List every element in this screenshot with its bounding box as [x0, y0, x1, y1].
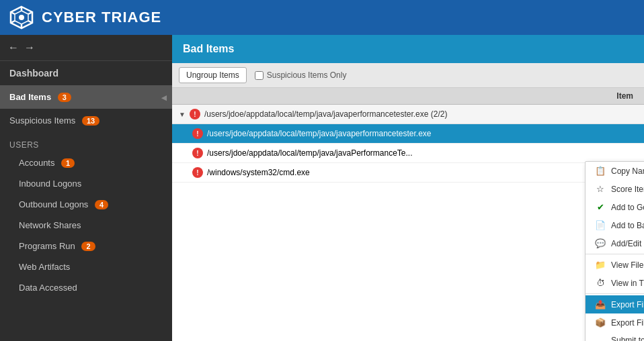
main-header: Bad Items — [172, 35, 644, 63]
app-header: CYBER TRIAGE — [0, 0, 644, 35]
chevron-icon: ◀ — [161, 93, 167, 101]
export-icon: 📤 — [595, 299, 606, 309]
ctx-export-file[interactable]: 📤 Export File — [586, 295, 644, 313]
ctx-add-edit-comment[interactable]: 💬 Add/Edit Comment — [586, 234, 644, 252]
sidebar-item-web-artifacts[interactable]: Web Artifacts — [0, 256, 172, 277]
context-menu: 📋 Copy Name ☆ Score Item As ▶ ✔ Add to G… — [585, 161, 644, 341]
sidebar-item-bad-items[interactable]: Bad Items 3 ◀ — [0, 85, 172, 109]
bad-list-icon: 📄 — [595, 220, 606, 230]
error-icon: ! — [192, 148, 203, 158]
error-icon: ! — [192, 167, 203, 178]
table-row[interactable]: ! /windows/system32/cmd.exe — [172, 163, 644, 183]
ctx-copy-name[interactable]: 📋 Copy Name — [586, 162, 644, 180]
score-icon: ☆ — [595, 184, 606, 194]
sidebar-item-data-accessed[interactable]: Data Accessed — [0, 277, 172, 298]
sidebar-item-inbound-logons[interactable]: Inbound Logons — [0, 173, 172, 194]
app-logo-icon — [9, 5, 34, 30]
suspicious-items-badge: 13 — [82, 116, 99, 126]
sidebar: ← → Dashboard Bad Items 3 ◀ Suspicious I… — [0, 35, 172, 341]
svg-point-8 — [19, 15, 24, 20]
copy-icon: 📋 — [595, 166, 606, 176]
ungroup-items-button[interactable]: Ungroup Items — [179, 67, 247, 83]
bad-items-badge: 3 — [58, 93, 71, 102]
back-button[interactable]: ← — [8, 42, 19, 54]
programs-run-badge: 2 — [81, 242, 95, 251]
ctx-add-to-good-list[interactable]: ✔ Add to Good List ▶ — [586, 198, 644, 216]
ctx-score-item-as[interactable]: ☆ Score Item As ▶ — [586, 180, 644, 198]
sidebar-item-accounts[interactable]: Accounts 1 — [0, 152, 172, 173]
ctx-submit-to-sandbox[interactable]: ✳ Submit to Recorded Future Sandbox — [586, 332, 644, 341]
sidebar-item-network-shares[interactable]: Network Shares — [0, 215, 172, 236]
timeline-icon: ⏱ — [595, 278, 606, 288]
expand-icon[interactable]: ▼ — [179, 111, 186, 118]
ctx-export-file-as-zip[interactable]: 📦 Export File as ZIP — [586, 313, 644, 332]
table-content[interactable]: ▼ ! /users/jdoe/appdata/local/temp/java/… — [172, 105, 644, 341]
sidebar-item-suspicious-items[interactable]: Suspicious Items 13 — [0, 109, 172, 132]
table-row[interactable]: ! /users/jdoe/appdata/local/temp/java/ja… — [172, 144, 644, 163]
error-icon: ! — [190, 109, 200, 119]
ctx-separator — [586, 293, 644, 294]
ctx-separator — [586, 254, 644, 254]
zip-icon: 📦 — [595, 318, 606, 328]
comment-icon: 💬 — [595, 238, 606, 248]
ctx-view-in-timeline[interactable]: ⏱ View in Timeline ▶ — [586, 274, 644, 292]
app-title: CYBER TRIAGE — [42, 9, 161, 26]
sidebar-item-programs-run[interactable]: Programs Run 2 — [0, 236, 172, 256]
good-list-icon: ✔ — [595, 202, 606, 212]
sidebar-item-outbound-logons[interactable]: Outbound Logons 4 — [0, 194, 172, 215]
outbound-logons-badge: 4 — [95, 200, 108, 209]
suspicious-only-filter[interactable]: Suspicious Items Only — [255, 70, 347, 80]
file-group-header[interactable]: ▼ ! /users/jdoe/appdata/local/temp/java/… — [172, 105, 644, 124]
sidebar-nav: ← → — [0, 35, 172, 61]
table-header: Item — [172, 88, 644, 105]
error-icon: ! — [192, 128, 203, 139]
ctx-add-to-bad-list[interactable]: 📄 Add to Bad List ▶ — [586, 216, 644, 234]
ctx-view-file-in-directory[interactable]: 📁 View File In Directory — [586, 256, 644, 274]
accounts-badge: 1 — [61, 158, 75, 168]
main-content: Bad Items Ungroup Items Suspicious Items… — [172, 35, 644, 341]
forward-button[interactable]: → — [24, 42, 35, 54]
users-section-header: Users — [0, 135, 172, 152]
table-row[interactable]: ! /users/jdoe/appdata/local/temp/java/ja… — [172, 124, 644, 144]
suspicious-only-checkbox[interactable] — [255, 71, 264, 80]
folder-icon: 📁 — [595, 260, 606, 270]
toolbar: Ungroup Items Suspicious Items Only — [172, 63, 644, 88]
sidebar-item-dashboard[interactable]: Dashboard — [0, 61, 172, 85]
